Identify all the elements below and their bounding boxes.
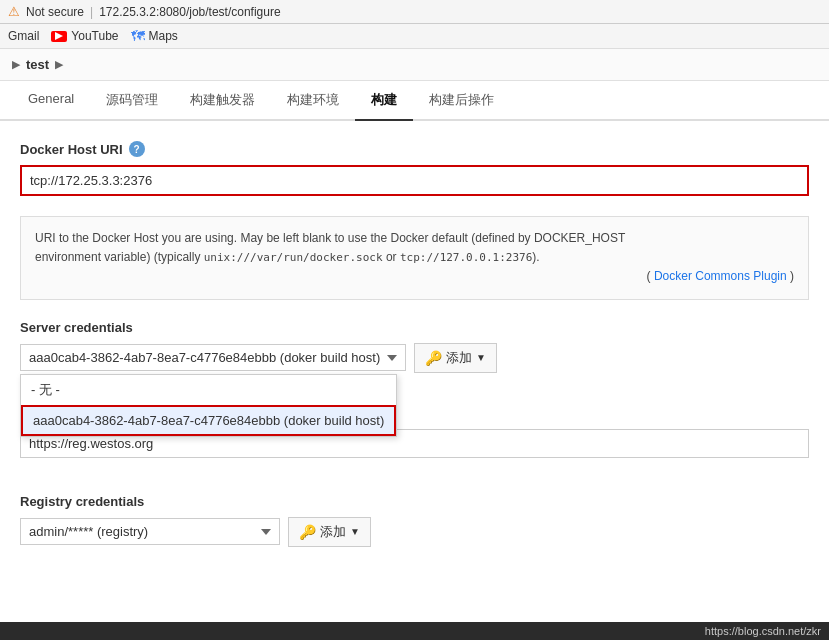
registry-credentials-label: Registry credentials: [20, 494, 809, 509]
info-text1: URI to the Docker Host you are using. Ma…: [35, 231, 625, 245]
server-credentials-label: Server credentials: [20, 320, 809, 335]
registry-credentials-row: admin/***** (registry) 🔑 添加 ▼: [20, 517, 809, 547]
info-link-prefix: (: [647, 269, 654, 283]
bookmark-maps[interactable]: 🗺 Maps: [131, 28, 178, 44]
add-btn2-label: 添加: [320, 523, 346, 541]
registry-credentials-add-button[interactable]: 🔑 添加 ▼: [288, 517, 371, 547]
info-text2: environment variable) (typically unix://…: [35, 250, 540, 264]
tab-general[interactable]: General: [12, 81, 90, 121]
browser-bar: ⚠ Not secure | 172.25.3.2:8080/job/test/…: [0, 0, 829, 24]
docker-info-box: URI to the Docker Host you are using. Ma…: [20, 216, 809, 300]
url-bar[interactable]: 172.25.3.2:8080/job/test/configure: [99, 5, 280, 19]
breadcrumb-test[interactable]: test: [26, 57, 49, 72]
server-credentials-row: - 无 - aaa0cab4-3862-4ab7-8ea7-c4776e84eb…: [20, 343, 809, 373]
docker-host-label: Docker Host URI ?: [20, 141, 809, 157]
registry-credentials-section: Registry credentials admin/***** (regist…: [20, 494, 809, 547]
not-secure-label: Not secure: [26, 5, 84, 19]
bookmark-youtube[interactable]: YouTube: [51, 29, 118, 43]
bookmarks-bar: Gmail YouTube 🗺 Maps: [0, 24, 829, 49]
gmail-label: Gmail: [8, 29, 39, 43]
add-btn-label: 添加: [446, 349, 472, 367]
registry-credentials-select[interactable]: admin/***** (registry): [20, 518, 280, 545]
tab-env[interactable]: 构建环境: [271, 81, 355, 121]
youtube-icon: [51, 31, 67, 42]
page-content: ▶ test ▶ General 源码管理 构建触发器 构建环境 构建 构建后操…: [0, 49, 829, 629]
tab-source[interactable]: 源码管理: [90, 81, 174, 121]
add-btn-arrow: ▼: [476, 352, 486, 363]
youtube-label: YouTube: [71, 29, 118, 43]
server-credentials-dropdown-wrapper: - 无 - aaa0cab4-3862-4ab7-8ea7-c4776e84eb…: [20, 344, 406, 371]
breadcrumb-arrow1: ▶: [12, 58, 20, 71]
docker-host-section: Docker Host URI ?: [20, 141, 809, 196]
add-btn2-arrow: ▼: [350, 526, 360, 537]
info-link-suffix: ): [787, 269, 794, 283]
key-icon: 🔑: [425, 350, 442, 366]
docker-host-uri-input[interactable]: [20, 165, 809, 196]
maps-icon: 🗺: [131, 28, 145, 44]
docker-host-help-icon[interactable]: ?: [129, 141, 145, 157]
popup-item-none[interactable]: - 无 -: [21, 375, 396, 405]
breadcrumb-arrow2: ▶: [55, 58, 63, 71]
tab-trigger[interactable]: 构建触发器: [174, 81, 271, 121]
server-credentials-section: Server credentials - 无 - aaa0cab4-3862-4…: [20, 320, 809, 373]
key-icon2: 🔑: [299, 524, 316, 540]
tab-build[interactable]: 构建: [355, 81, 413, 121]
warning-icon: ⚠: [8, 4, 20, 19]
maps-label: Maps: [149, 29, 178, 43]
server-credentials-select[interactable]: - 无 - aaa0cab4-3862-4ab7-8ea7-c4776e84eb…: [20, 344, 406, 371]
main-area: Docker Host URI ? URI to the Docker Host…: [0, 121, 829, 587]
server-credentials-add-button[interactable]: 🔑 添加 ▼: [414, 343, 497, 373]
popup-item-aaa[interactable]: aaa0cab4-3862-4ab7-8ea7-c4776e84ebbb (do…: [21, 405, 396, 436]
bookmark-gmail[interactable]: Gmail: [8, 29, 39, 43]
tab-post[interactable]: 构建后操作: [413, 81, 510, 121]
docker-commons-plugin-link[interactable]: Docker Commons Plugin: [654, 269, 787, 283]
server-credentials-popup: - 无 - aaa0cab4-3862-4ab7-8ea7-c4776e84eb…: [20, 374, 397, 437]
status-url: https://blog.csdn.net/zkr: [705, 625, 821, 637]
tabs-bar: General 源码管理 构建触发器 构建环境 构建 构建后操作: [0, 81, 829, 121]
status-bar: https://blog.csdn.net/zkr: [0, 622, 829, 640]
breadcrumb: ▶ test ▶: [0, 49, 829, 81]
